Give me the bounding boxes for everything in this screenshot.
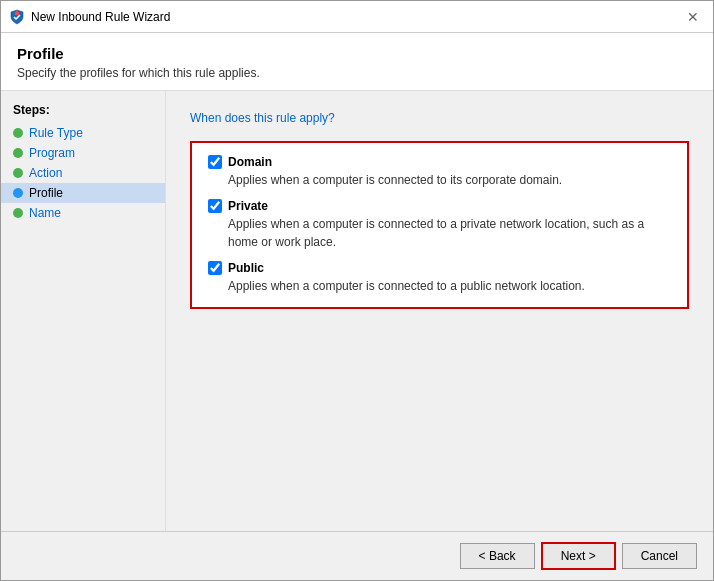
private-checkbox-row: Private: [208, 199, 671, 213]
public-checkbox-row: Public: [208, 261, 671, 275]
public-checkbox[interactable]: [208, 261, 222, 275]
wizard-window: New Inbound Rule Wizard ✕ Profile Specif…: [0, 0, 714, 581]
step-dot-rule-type: [13, 128, 23, 138]
domain-description: Applies when a computer is connected to …: [208, 171, 671, 189]
page-title: Profile: [17, 45, 697, 62]
step-dot-profile: [13, 188, 23, 198]
public-label[interactable]: Public: [228, 261, 264, 275]
close-button[interactable]: ✕: [681, 5, 705, 29]
next-button[interactable]: Next >: [541, 542, 616, 570]
sidebar-item-action[interactable]: Action: [1, 163, 165, 183]
steps-label: Steps:: [1, 103, 165, 123]
main-body: Steps: Rule Type Program Action Profile: [1, 91, 713, 531]
back-button[interactable]: < Back: [460, 543, 535, 569]
sidebar-label-rule-type: Rule Type: [29, 126, 83, 140]
sidebar-item-profile[interactable]: Profile: [1, 183, 165, 203]
sidebar-label-action: Action: [29, 166, 62, 180]
page-subtitle: Specify the profiles for which this rule…: [17, 66, 697, 80]
domain-label[interactable]: Domain: [228, 155, 272, 169]
sidebar-item-name[interactable]: Name: [1, 203, 165, 223]
svg-rect-1: [16, 10, 18, 12]
sidebar-label-name: Name: [29, 206, 61, 220]
step-dot-name: [13, 208, 23, 218]
private-checkbox[interactable]: [208, 199, 222, 213]
step-dot-action: [13, 168, 23, 178]
profiles-box: Domain Applies when a computer is connec…: [190, 141, 689, 309]
sidebar-item-program[interactable]: Program: [1, 143, 165, 163]
title-bar-left: New Inbound Rule Wizard: [9, 9, 170, 25]
sidebar: Steps: Rule Type Program Action Profile: [1, 91, 166, 531]
private-option: Private Applies when a computer is conne…: [208, 199, 671, 251]
domain-checkbox[interactable]: [208, 155, 222, 169]
sidebar-label-program: Program: [29, 146, 75, 160]
right-panel: When does this rule apply? Domain Applie…: [166, 91, 713, 531]
sidebar-label-profile: Profile: [29, 186, 63, 200]
domain-checkbox-row: Domain: [208, 155, 671, 169]
private-label[interactable]: Private: [228, 199, 268, 213]
window-title: New Inbound Rule Wizard: [31, 10, 170, 24]
content-area: Profile Specify the profiles for which t…: [1, 33, 713, 531]
page-header: Profile Specify the profiles for which t…: [1, 33, 713, 91]
public-description: Applies when a computer is connected to …: [208, 277, 671, 295]
public-option: Public Applies when a computer is connec…: [208, 261, 671, 295]
step-dot-program: [13, 148, 23, 158]
private-description: Applies when a computer is connected to …: [208, 215, 671, 251]
question-text: When does this rule apply?: [190, 111, 689, 125]
svg-rect-0: [15, 12, 19, 15]
cancel-button[interactable]: Cancel: [622, 543, 697, 569]
footer: < Back Next > Cancel: [1, 531, 713, 580]
domain-option: Domain Applies when a computer is connec…: [208, 155, 671, 189]
app-icon: [9, 9, 25, 25]
sidebar-item-rule-type[interactable]: Rule Type: [1, 123, 165, 143]
title-bar: New Inbound Rule Wizard ✕: [1, 1, 713, 33]
